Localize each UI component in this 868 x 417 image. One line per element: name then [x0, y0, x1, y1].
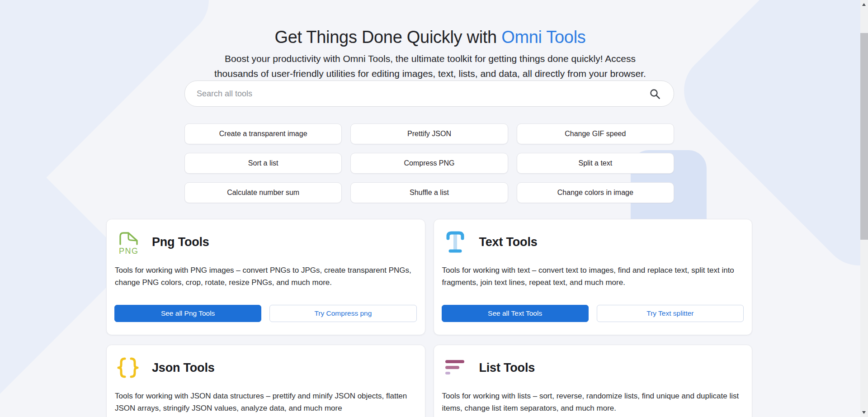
card-list-tools: List Tools Tools for working with lists …	[434, 345, 753, 417]
svg-text:PNG: PNG	[119, 246, 139, 255]
quick-tools-grid: Create a transparent image Prettify JSON…	[184, 123, 674, 203]
curly-braces-icon	[117, 355, 139, 380]
card-png-actions: See all Png Tools Try Compress png	[114, 305, 417, 322]
card-text-title: Text Tools	[479, 235, 538, 249]
card-json-description: Tools for working with JSON data structu…	[115, 390, 415, 414]
card-json-head: Json Tools	[117, 355, 215, 380]
try-text-splitter-button[interactable]: Try Text splitter	[597, 305, 744, 322]
search-input[interactable]	[185, 81, 674, 106]
card-text-tools: Text Tools Tools for working with text –…	[434, 219, 753, 335]
png-file-icon: PNG	[117, 229, 139, 255]
card-list-description: Tools for working with lists – sort, rev…	[442, 390, 742, 414]
page-title: Get Things Done Quickly with Omni Tools	[0, 28, 860, 47]
quick-tool-sort-a-list[interactable]: Sort a list	[184, 153, 342, 174]
quick-tool-change-colors-in-image[interactable]: Change colors in image	[517, 182, 674, 203]
subtitle-line-2: thousands of user-friendly utilities for…	[214, 68, 646, 79]
tool-category-cards: PNG Png Tools Tools for working with PNG…	[106, 219, 752, 417]
card-png-tools: PNG Png Tools Tools for working with PNG…	[106, 219, 425, 335]
search-bar	[184, 81, 674, 107]
card-text-head: Text Tools	[444, 229, 538, 255]
page-title-prefix: Get Things Done Quickly with	[274, 28, 501, 47]
card-json-tools: Json Tools Tools for working with JSON d…	[106, 345, 425, 417]
card-png-title: Png Tools	[152, 235, 209, 249]
quick-tool-split-a-text[interactable]: Split a text	[517, 153, 674, 174]
scrollbar-up-arrow-icon[interactable]	[862, 3, 866, 6]
page-subtitle: Boost your productivity with Omni Tools,…	[0, 51, 860, 81]
quick-tool-calculate-number-sum[interactable]: Calculate number sum	[184, 182, 342, 203]
search-icon[interactable]	[649, 88, 661, 100]
see-all-png-tools-button[interactable]: See all Png Tools	[114, 305, 261, 322]
omni-tools-home: Get Things Done Quickly with Omni Tools …	[0, 0, 868, 417]
try-compress-png-button[interactable]: Try Compress png	[269, 305, 416, 322]
vertical-scrollbar[interactable]	[860, 0, 868, 417]
quick-tool-change-gif-speed[interactable]: Change GIF speed	[517, 123, 674, 144]
brand-name: Omni Tools	[501, 28, 585, 47]
quick-tool-compress-png[interactable]: Compress PNG	[350, 153, 508, 174]
list-lines-icon	[444, 355, 467, 380]
card-text-actions: See all Text Tools Try Text splitter	[442, 305, 744, 322]
scrollbar-thumb[interactable]	[860, 33, 868, 240]
card-png-description: Tools for working with PNG images – conv…	[115, 264, 415, 289]
card-list-title: List Tools	[479, 361, 535, 375]
quick-tool-create-transparent-image[interactable]: Create a transparent image	[184, 123, 342, 144]
scrollbar-down-arrow-icon[interactable]	[862, 411, 866, 414]
card-png-head: PNG Png Tools	[117, 229, 209, 255]
quick-tool-prettify-json[interactable]: Prettify JSON	[350, 123, 508, 144]
subtitle-line-1: Boost your productivity with Omni Tools,…	[225, 53, 636, 64]
card-text-description: Tools for working with text – convert te…	[442, 264, 742, 289]
card-json-title: Json Tools	[152, 361, 215, 375]
card-list-head: List Tools	[444, 355, 535, 380]
see-all-text-tools-button[interactable]: See all Text Tools	[442, 305, 589, 322]
quick-tool-shuffle-a-list[interactable]: Shuffle a list	[350, 182, 508, 203]
text-letter-icon	[444, 229, 467, 255]
